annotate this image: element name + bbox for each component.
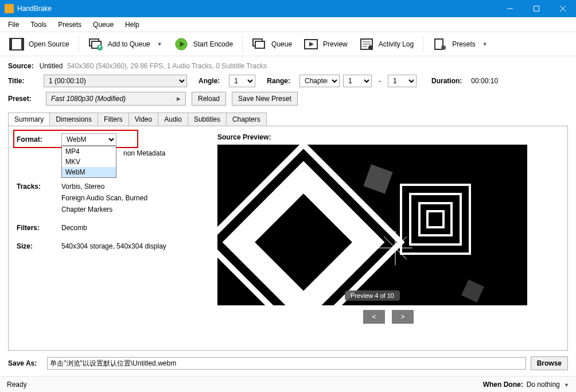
svg-rect-6 bbox=[21, 38, 24, 50]
film-icon bbox=[9, 38, 24, 51]
preview-button[interactable]: Preview bbox=[299, 36, 352, 53]
queue-icon bbox=[252, 38, 267, 51]
source-preview: Preview 4 of 10 bbox=[217, 145, 527, 305]
angle-label: Angle: bbox=[199, 77, 220, 85]
save-as-label: Save As: bbox=[8, 359, 37, 367]
title-row: Title: 1 (00:00:10) Angle: 1 Range: Chap… bbox=[8, 75, 568, 87]
tracks-label: Tracks: bbox=[17, 183, 61, 214]
preset-row: Preset: Fast 1080p30 (Modified) ▶ Reload… bbox=[8, 92, 568, 106]
preview-next-button[interactable]: > bbox=[392, 310, 414, 324]
when-done-label: When Done: bbox=[483, 381, 523, 389]
toolbar: Open Source + Add to Queue ▼ Start Encod… bbox=[0, 32, 576, 56]
tab-subtitles[interactable]: Subtitles bbox=[188, 112, 227, 126]
preset-value: Fast 1080p30 (Modified) bbox=[51, 95, 126, 103]
range-from-select[interactable]: 1 bbox=[343, 75, 372, 87]
log-icon bbox=[359, 38, 374, 51]
duration-value: 00:00:10 bbox=[471, 77, 498, 85]
menu-presets[interactable]: Presets bbox=[52, 18, 87, 31]
minimize-button[interactable] bbox=[497, 0, 523, 17]
presets-icon bbox=[433, 38, 447, 51]
queue-button[interactable]: Queue bbox=[247, 36, 297, 53]
angle-select[interactable]: 1 bbox=[229, 75, 255, 87]
menu-tools[interactable]: Tools bbox=[25, 18, 52, 31]
range-dash: - bbox=[379, 77, 381, 85]
track-line: Chapter Markers bbox=[61, 205, 147, 214]
tab-summary[interactable]: Summary bbox=[8, 112, 50, 126]
preview-icon bbox=[303, 38, 318, 51]
svg-rect-1 bbox=[534, 6, 539, 11]
open-source-label: Open Source bbox=[29, 40, 69, 48]
tab-panel-summary: Format: WebM MP4 MKV WebM non Metadata T… bbox=[8, 126, 568, 351]
separator bbox=[79, 36, 79, 52]
reload-button[interactable]: Reload bbox=[192, 92, 226, 106]
tab-filters[interactable]: Filters bbox=[98, 112, 129, 126]
preview-prev-button[interactable]: < bbox=[363, 310, 385, 324]
format-option-mp4[interactable]: MP4 bbox=[62, 146, 116, 157]
add-queue-button[interactable]: + Add to Queue ▼ bbox=[84, 36, 167, 53]
add-queue-label: Add to Queue bbox=[108, 40, 150, 48]
activity-log-label: Activity Log bbox=[379, 40, 414, 48]
chevron-down-icon: ▼ bbox=[482, 41, 488, 47]
activity-log-button[interactable]: Activity Log bbox=[355, 36, 418, 53]
titlebar: HandBrake bbox=[0, 0, 576, 17]
tab-dimensions[interactable]: Dimensions bbox=[49, 112, 98, 126]
presets-button[interactable]: Presets ▼ bbox=[428, 36, 492, 53]
queue-label: Queue bbox=[271, 40, 292, 48]
preview-label: Preview bbox=[323, 40, 348, 48]
menu-help[interactable]: Help bbox=[119, 18, 145, 31]
close-button[interactable] bbox=[550, 0, 576, 17]
separator bbox=[423, 36, 423, 52]
format-dropdown: MP4 MKV WebM bbox=[61, 146, 116, 178]
filters-value: Decomb bbox=[61, 224, 87, 232]
range-to-select[interactable]: 1 bbox=[388, 75, 417, 87]
range-type-select[interactable]: Chapters bbox=[299, 75, 340, 87]
format-select[interactable]: WebM bbox=[61, 133, 116, 146]
open-source-button[interactable]: Open Source bbox=[5, 36, 74, 53]
track-line: Foreign Audio Scan, Burned bbox=[61, 194, 147, 202]
tab-video[interactable]: Video bbox=[129, 112, 158, 126]
title-select[interactable]: 1 (00:00:10) bbox=[44, 75, 187, 87]
chevron-down-icon: ▼ bbox=[157, 41, 162, 47]
duration-label: Duration: bbox=[431, 77, 462, 85]
save-as-input[interactable] bbox=[47, 357, 526, 370]
start-encode-button[interactable]: Start Encode bbox=[169, 36, 238, 53]
tabstrip: Summary Dimensions Filters Video Audio S… bbox=[8, 112, 568, 126]
queue-add-icon: + bbox=[88, 38, 103, 51]
presets-label: Presets bbox=[452, 40, 476, 48]
separator bbox=[242, 36, 243, 52]
format-label: Format: bbox=[17, 135, 61, 143]
format-option-mkv[interactable]: MKV bbox=[62, 157, 116, 167]
size-value: 540x304 storage, 540x304 display bbox=[61, 242, 166, 250]
status-text: Ready bbox=[7, 381, 27, 389]
source-preview-label: Source Preview: bbox=[217, 133, 559, 141]
preview-counter-badge: Preview 4 of 10 bbox=[345, 290, 400, 301]
app-icon bbox=[5, 4, 14, 13]
window-title: HandBrake bbox=[17, 5, 497, 13]
menu-file[interactable]: File bbox=[2, 18, 25, 31]
play-icon bbox=[174, 38, 189, 51]
preset-select[interactable]: Fast 1080p30 (Modified) ▶ bbox=[46, 92, 186, 106]
svg-point-21 bbox=[368, 45, 373, 50]
chevron-right-icon: ▶ bbox=[177, 96, 181, 102]
svg-rect-14 bbox=[255, 41, 264, 48]
preset-label: Preset: bbox=[8, 95, 34, 103]
source-name: Untitled bbox=[40, 62, 63, 70]
format-option-webm[interactable]: WebM bbox=[62, 167, 116, 177]
statusbar: Ready When Done: Do nothing ▼ bbox=[0, 376, 576, 392]
maximize-button[interactable] bbox=[523, 0, 550, 17]
tab-audio[interactable]: Audio bbox=[158, 112, 188, 126]
source-row: Source: Untitled 540x360 (540x360), 29.8… bbox=[8, 62, 568, 70]
menu-queue[interactable]: Queue bbox=[87, 18, 119, 31]
svg-rect-5 bbox=[10, 38, 12, 50]
size-label: Size: bbox=[17, 242, 61, 250]
save-new-preset-button[interactable]: Save New Preset bbox=[232, 92, 298, 106]
source-details: 540x360 (540x360), 29.86 FPS, 1 Audio Tr… bbox=[67, 62, 267, 70]
range-label: Range: bbox=[267, 77, 290, 85]
start-encode-label: Start Encode bbox=[193, 40, 233, 48]
svg-marker-16 bbox=[309, 42, 314, 46]
browse-button[interactable]: Browse bbox=[531, 356, 568, 370]
tab-chapters[interactable]: Chapters bbox=[226, 112, 267, 126]
when-done-select[interactable]: Do nothing ▼ bbox=[527, 381, 569, 389]
menubar: File Tools Presets Queue Help bbox=[0, 17, 576, 32]
save-as-row: Save As: Browse bbox=[0, 354, 576, 376]
